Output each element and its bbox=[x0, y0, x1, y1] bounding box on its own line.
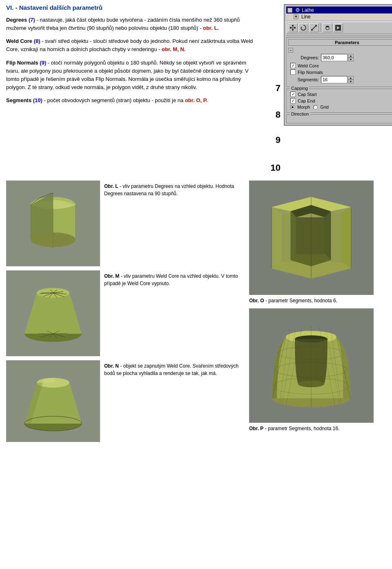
degrees-down[interactable]: ▼ bbox=[348, 58, 354, 61]
obr-l-svg bbox=[6, 181, 100, 266]
obr-l-image bbox=[6, 181, 100, 266]
collapse-lathe-icon[interactable]: - bbox=[287, 8, 292, 13]
svg-rect-7 bbox=[311, 29, 313, 31]
render-btn[interactable] bbox=[333, 23, 343, 32]
paragraph-weld-core: Weld Core (8) - svaří střed objektu - sl… bbox=[6, 37, 259, 54]
grid-label: Grid bbox=[320, 105, 329, 109]
segments-text: - počet obvodových segmentů (stran) obje… bbox=[42, 97, 185, 103]
obr-n-image bbox=[6, 360, 100, 442]
obr-m-text: - vliv parametru Weld Core na vzhled obj… bbox=[104, 273, 238, 286]
svg-rect-3 bbox=[294, 27, 296, 29]
tree-item-line[interactable]: + Line bbox=[286, 13, 392, 20]
toolbar bbox=[286, 22, 392, 34]
obr-o-caption: Obr. O - parametr Segments, hodnota 6. bbox=[249, 297, 374, 304]
left-column: VI. - Nastavení dalších parametrů Degree… bbox=[6, 4, 259, 172]
term-degrees: Degrees bbox=[6, 17, 29, 23]
params-group: Parameters - Degrees: 360,0 bbox=[286, 37, 392, 87]
separator-1 bbox=[321, 24, 321, 32]
params-header-row: - bbox=[288, 48, 392, 53]
svg-rect-8 bbox=[315, 25, 317, 27]
obr-m-image bbox=[6, 270, 100, 356]
obr-p-image bbox=[249, 308, 374, 423]
cap-end-checkbox[interactable]: ✓ bbox=[290, 98, 296, 103]
camera-btn[interactable] bbox=[323, 23, 332, 32]
callout-10: 10 bbox=[271, 163, 281, 172]
direction-title: Direction bbox=[290, 112, 310, 116]
capping-title: Capping bbox=[290, 86, 309, 91]
weld-core-checkbox[interactable]: ✓ bbox=[290, 63, 296, 68]
morph-grid-row: Morph Grid bbox=[288, 105, 392, 109]
svg-point-44 bbox=[43, 378, 55, 383]
obr-l-text: - vliv parametru Degrees na vzhled objek… bbox=[104, 183, 234, 196]
segments-input[interactable]: 16 bbox=[321, 76, 347, 83]
bottom-section: Obr. L - vliv parametru Degrees na vzhle… bbox=[6, 181, 386, 442]
obr-n-text: - objekt se zapnutým Weld Core. Svařením… bbox=[104, 363, 238, 376]
cap-start-label: Cap Start bbox=[298, 92, 316, 97]
degrees-spinner[interactable]: ▲ ▼ bbox=[348, 54, 354, 61]
obr-m-label: Obr. M bbox=[104, 273, 119, 279]
obr-p-svg bbox=[249, 308, 374, 423]
callout-9: 9 bbox=[276, 136, 281, 145]
direction-spacer bbox=[288, 117, 392, 121]
flip-normals-checkbox-label: Flip Normals bbox=[298, 70, 323, 75]
morph-radio[interactable] bbox=[290, 105, 295, 109]
number-7: (7) bbox=[29, 17, 35, 23]
weld-core-text1: - svaří střed objektu - sloučí středové … bbox=[6, 38, 253, 52]
segments-down[interactable]: ▼ bbox=[348, 80, 354, 83]
obr-n-block: Obr. N - objekt se zapnutým Weld Core. S… bbox=[6, 360, 243, 442]
collapse-params-icon[interactable]: - bbox=[288, 48, 293, 53]
obr-l-label: Obr. L bbox=[104, 183, 118, 189]
segments-spinner[interactable]: ▲ ▼ bbox=[348, 76, 354, 83]
term-flip-normals: Flip Normals bbox=[6, 60, 40, 66]
segments-row: Segments: 16 ▲ ▼ bbox=[288, 76, 392, 83]
tree-label-line: Line bbox=[301, 14, 311, 20]
segments-ref: obr. O, P. bbox=[185, 97, 207, 103]
rotate-btn[interactable] bbox=[298, 23, 308, 32]
bottom-right: Obr. O - parametr Segments, hodnota 6. bbox=[249, 181, 374, 442]
expand-line-icon[interactable]: + bbox=[294, 14, 298, 19]
flip-normals-checkbox[interactable] bbox=[290, 69, 296, 75]
paragraph-segments: Segments (10) - počet obvodových segment… bbox=[6, 96, 259, 105]
section-title: VI. - Nastavení dalších parametrů bbox=[6, 4, 259, 11]
grid-option: Grid bbox=[313, 105, 329, 109]
degrees-up[interactable]: ▲ bbox=[348, 54, 354, 58]
callout-numbers: 7 8 9 10 bbox=[263, 4, 284, 172]
callout-7: 7 bbox=[276, 84, 281, 93]
direction-group: Direction bbox=[286, 114, 392, 123]
obr-o-label: Obr. O bbox=[249, 298, 264, 303]
flip-normals-row: Flip Normals bbox=[288, 69, 392, 75]
capping-group: Capping ✓ Cap Start ✓ Cap End bbox=[286, 89, 392, 113]
cap-start-checkbox[interactable]: ✓ bbox=[290, 91, 296, 97]
degrees-field-label: Degrees: bbox=[288, 55, 319, 60]
obr-n-svg bbox=[6, 360, 100, 442]
morph-option: Morph bbox=[290, 105, 310, 109]
segments-up[interactable]: ▲ bbox=[348, 76, 354, 80]
move-btn[interactable] bbox=[288, 23, 298, 32]
grid-radio[interactable] bbox=[313, 105, 318, 109]
term-segments: Segments bbox=[6, 97, 33, 103]
segments-field-label: Segments: bbox=[288, 77, 319, 82]
obr-p-block: Obr. P - parametr Segments, hodnota 16. bbox=[249, 308, 374, 432]
paragraph-flip-normals: Flip Normals (9) - otočí normály polygon… bbox=[6, 59, 259, 92]
number-9: (9) bbox=[40, 60, 46, 66]
panel-with-numbers: 7 8 9 10 - ⚙ bbox=[263, 4, 392, 172]
degrees-input[interactable]: 360,0 bbox=[321, 54, 347, 61]
obr-p-caption: Obr. P - parametr Segments, hodnota 16. bbox=[249, 425, 374, 432]
obr-p-label: Obr. P bbox=[249, 426, 263, 431]
weld-core-checkbox-label: Weld Core bbox=[298, 63, 319, 68]
page: VI. - Nastavení dalších parametrů Degree… bbox=[0, 0, 392, 446]
svg-rect-4 bbox=[292, 27, 294, 29]
number-10: (10) bbox=[33, 97, 42, 103]
cap-end-row: ✓ Cap End bbox=[288, 98, 392, 103]
scale-btn[interactable] bbox=[309, 23, 319, 32]
morph-label: Morph bbox=[297, 105, 310, 109]
obr-o-image bbox=[249, 181, 374, 295]
obr-o-text: - parametr Segments, hodnota 6. bbox=[264, 298, 337, 303]
svg-marker-5 bbox=[301, 27, 302, 28]
term-weld-core: Weld Core bbox=[6, 38, 34, 44]
degrees-row: Degrees: 360,0 ▲ ▼ bbox=[288, 54, 392, 61]
cap-start-row: ✓ Cap Start bbox=[288, 91, 392, 97]
tree-item-lathe[interactable]: - ⚙ Lathe bbox=[286, 7, 392, 13]
top-section: VI. - Nastavení dalších parametrů Degree… bbox=[6, 4, 386, 172]
obr-l-block: Obr. L - vliv parametru Degrees na vzhle… bbox=[6, 181, 243, 266]
